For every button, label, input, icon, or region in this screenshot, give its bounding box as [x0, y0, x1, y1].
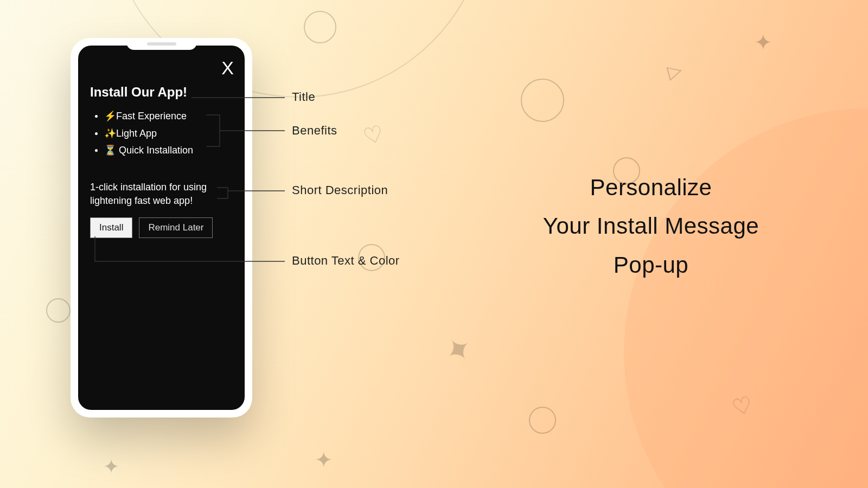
install-button[interactable]: Install [90, 217, 132, 238]
circle-decoration [304, 11, 336, 43]
rocket-icon: ✦ [436, 326, 480, 373]
benefit-item: ⚡Fast Experience [104, 107, 233, 125]
benefit-item: ⏳ Quick Installation [104, 142, 233, 159]
remind-later-button[interactable]: Remind Later [139, 217, 213, 238]
callout-description: Short Description [292, 183, 388, 197]
button-row: Install Remind Later [90, 217, 233, 238]
popup-title: Install Our App! [90, 85, 233, 100]
bell-icon: ♡ [360, 120, 387, 151]
callout-button: Button Text & Color [292, 254, 400, 268]
circle-decoration [521, 79, 564, 122]
circle-decoration [529, 407, 556, 434]
phone-mockup: X Install Our App! ⚡Fast Experience ✨Lig… [71, 38, 252, 418]
phone-speaker [147, 42, 176, 46]
headline-line: Pop-up [472, 246, 830, 284]
callout-title: Title [292, 90, 315, 104]
cursor-icon: ▷ [665, 58, 684, 82]
headline-line: Personalize [472, 168, 830, 207]
benefit-item: ✨Light App [104, 125, 233, 142]
callout-benefits: Benefits [292, 124, 337, 138]
marketing-headline: Personalize Your Install Message Pop-up [472, 168, 830, 284]
sparkle-icon: ✦ [754, 30, 773, 55]
sparkle-icon: ✦ [103, 455, 119, 478]
circle-decoration [46, 298, 71, 323]
promo-stage: ✦ ✦ ✦ ♡ ♡ ✦ ▷ X Install Our App! ⚡Fast E… [0, 0, 868, 488]
popup-description: 1-click installation for using lightenin… [90, 181, 233, 208]
arc-decoration [624, 108, 868, 488]
benefits-list: ⚡Fast Experience ✨Light App ⏳ Quick Inst… [90, 107, 233, 159]
close-icon[interactable]: X [221, 59, 234, 77]
sparkle-icon: ✦ [315, 447, 333, 472]
phone-screen: X Install Our App! ⚡Fast Experience ✨Lig… [78, 46, 245, 410]
headline-line: Your Install Message [472, 207, 830, 245]
